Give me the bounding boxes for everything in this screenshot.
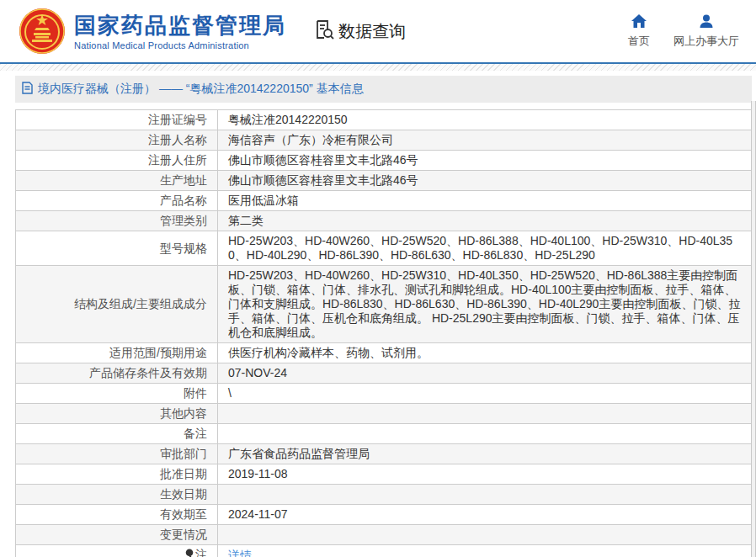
row-label: 注册人住所 bbox=[16, 151, 218, 171]
table-row: 注册人住所佛山市顺德区容桂容里文丰北路46号 bbox=[16, 151, 752, 171]
table-row: 产品储存条件及有效期07-NOV-24 bbox=[16, 363, 752, 384]
table-row: 产品名称医用低温冰箱 bbox=[16, 191, 752, 211]
table-row: 有效期至2024-11-07 bbox=[16, 505, 752, 525]
table-row: 批准日期2019-11-08 bbox=[16, 464, 752, 485]
nav-service-hall-label: 网上办事大厅 bbox=[673, 34, 739, 49]
row-value: 第二类 bbox=[218, 211, 752, 231]
table-row: 附件\ bbox=[16, 384, 752, 404]
row-label: 产品储存条件及有效期 bbox=[16, 363, 218, 384]
row-label: 批准日期 bbox=[16, 464, 218, 485]
page-doc-icon bbox=[22, 82, 33, 98]
row-label: 型号规格 bbox=[16, 231, 218, 266]
site-title[interactable]: 国家药品监督管理局 National Medical Products Admi… bbox=[74, 13, 286, 50]
row-value: 供医疗机构冷藏样本、药物、试剂用。 bbox=[218, 343, 752, 363]
national-emblem-icon[interactable] bbox=[19, 8, 66, 55]
row-value: 医用低温冰箱 bbox=[218, 191, 752, 211]
row-label: 其他内容 bbox=[16, 404, 218, 424]
table-row: 注详情 bbox=[16, 545, 752, 557]
nav-home-label: 首页 bbox=[628, 34, 650, 49]
row-label: 附件 bbox=[16, 384, 218, 404]
registration-info-table: 注册证编号粤械注准20142220150注册人名称海信容声（广东）冷柜有限公司注… bbox=[15, 109, 752, 557]
row-label: 产品名称 bbox=[16, 191, 218, 211]
row-value bbox=[218, 525, 752, 545]
note-balloon-icon bbox=[185, 549, 194, 557]
nav-home[interactable]: 首页 bbox=[628, 14, 650, 49]
table-row: 生效日期 bbox=[16, 485, 752, 505]
row-value: 详情 bbox=[218, 545, 752, 557]
top-nav: 首页 网上办事大厅 bbox=[628, 14, 739, 49]
row-value: 2024-11-07 bbox=[218, 505, 752, 525]
row-value: 广东省食品药品监督管理局 bbox=[218, 444, 752, 464]
document-search-icon bbox=[313, 19, 335, 44]
agency-name-cn: 国家药品监督管理局 bbox=[74, 13, 286, 38]
row-label: 注册人名称 bbox=[16, 130, 218, 151]
breadcrumb: 境内医疗器械（注册） —— “粤械注准20142220150” 基本信息 bbox=[15, 76, 752, 103]
row-value: HD-25W203、HD-40W260、HD-25W310、HD-40L350、… bbox=[218, 266, 752, 343]
row-value: 粤械注准20142220150 bbox=[218, 110, 752, 130]
row-value bbox=[218, 485, 752, 505]
nav-service-hall[interactable]: 网上办事大厅 bbox=[673, 14, 739, 49]
table-row: 型号规格HD-25W203、HD-40W260、HD-25W520、HD-86L… bbox=[16, 231, 752, 266]
row-value: 佛山市顺德区容桂容里文丰北路46号 bbox=[218, 171, 752, 191]
data-query-nav[interactable]: 数据查询 bbox=[313, 19, 406, 44]
data-query-label: 数据查询 bbox=[338, 20, 406, 43]
row-label: 变更情况 bbox=[16, 525, 218, 545]
vertical-scrollbar[interactable] bbox=[751, 101, 756, 557]
home-icon bbox=[631, 14, 647, 31]
row-label: 审批部门 bbox=[16, 444, 218, 464]
row-label: 结构及组成/主要组成成分 bbox=[16, 266, 218, 343]
table-row: 注册证编号粤械注准20142220150 bbox=[16, 110, 752, 130]
table-row: 适用范围/预期用途供医疗机构冷藏样本、药物、试剂用。 bbox=[16, 343, 752, 363]
site-header: 国家药品监督管理局 National Medical Products Admi… bbox=[0, 0, 756, 64]
table-row: 审批部门广东省食品药品监督管理局 bbox=[16, 444, 752, 464]
row-label: 生产地址 bbox=[16, 171, 218, 191]
row-value: HD-25W203、HD-40W260、HD-25W520、HD-86L388、… bbox=[218, 231, 752, 266]
user-icon bbox=[699, 14, 714, 31]
row-value: 海信容声（广东）冷柜有限公司 bbox=[218, 130, 752, 151]
detail-link[interactable]: 详情 bbox=[228, 549, 252, 557]
row-label: 备注 bbox=[16, 424, 218, 444]
row-value: 07-NOV-24 bbox=[218, 363, 752, 384]
row-label: 注 bbox=[16, 545, 218, 557]
breadcrumb-text: 境内医疗器械（注册） —— “粤械注准20142220150” 基本信息 bbox=[38, 82, 364, 97]
table-row: 备注 bbox=[16, 424, 752, 444]
row-value: \ bbox=[218, 384, 752, 404]
row-value: 佛山市顺德区容桂容里文丰北路46号 bbox=[218, 151, 752, 171]
agency-name-en: National Medical Products Administration bbox=[74, 40, 286, 50]
row-value bbox=[218, 404, 752, 424]
table-row: 变更情况 bbox=[16, 525, 752, 545]
row-value: 2019-11-08 bbox=[218, 464, 752, 485]
row-label: 注册证编号 bbox=[16, 110, 218, 130]
table-row: 其他内容 bbox=[16, 404, 752, 424]
table-row: 管理类别第二类 bbox=[16, 211, 752, 231]
header-hatch-divider bbox=[0, 64, 756, 71]
table-row: 注册人名称海信容声（广东）冷柜有限公司 bbox=[16, 130, 752, 151]
row-label: 管理类别 bbox=[16, 211, 218, 231]
row-label: 适用范围/预期用途 bbox=[16, 343, 218, 363]
row-label: 有效期至 bbox=[16, 505, 218, 525]
table-row: 结构及组成/主要组成成分HD-25W203、HD-40W260、HD-25W31… bbox=[16, 266, 752, 343]
table-row: 生产地址佛山市顺德区容桂容里文丰北路46号 bbox=[16, 171, 752, 191]
row-value bbox=[218, 424, 752, 444]
row-label: 生效日期 bbox=[16, 485, 218, 505]
